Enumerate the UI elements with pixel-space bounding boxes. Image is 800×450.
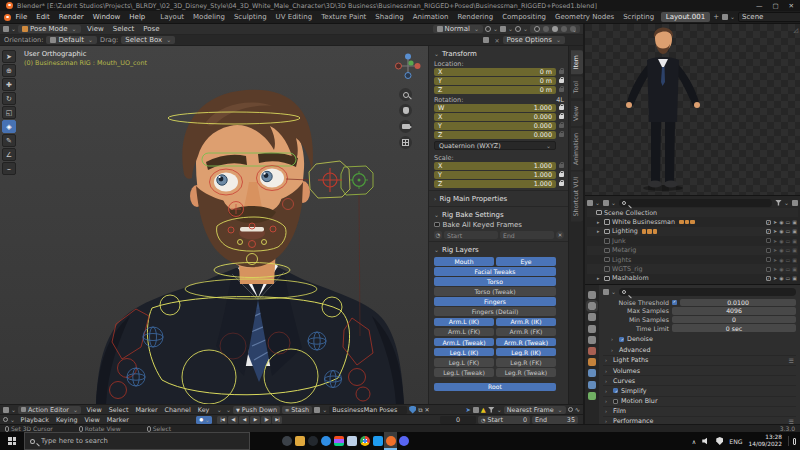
dopesheet-menu-item[interactable]: Key: [194, 406, 213, 414]
bake-checkbox[interactable]: [434, 222, 440, 228]
move-tool[interactable]: ✚: [2, 78, 16, 91]
rig-layer-button[interactable]: Torso: [434, 277, 556, 286]
dopesheet-menu-item[interactable]: Marker: [132, 406, 161, 414]
rig-layer-button[interactable]: Arm.R (FK): [496, 328, 556, 337]
outliner-row[interactable]: ▸ Junk ➤ ◉ ▭ ▣: [587, 236, 798, 245]
rig-layer-button[interactable]: Leg.L (IK): [434, 348, 494, 357]
rig-layer-button[interactable]: Leg.R (Tweak): [496, 368, 556, 377]
workspace-tab[interactable]: Modeling: [189, 13, 230, 21]
selectable-cursor-icon[interactable]: ➤: [773, 257, 777, 263]
lock-icon[interactable]: [559, 124, 564, 128]
camera-view-icon[interactable]: [399, 120, 412, 133]
menu-item[interactable]: File: [11, 13, 32, 21]
rig-layer-button[interactable]: Facial Tweaks: [434, 267, 556, 276]
selectable-cursor-icon[interactable]: ➤: [773, 247, 777, 253]
properties-panel-header[interactable]: › Performance ☰: [603, 416, 796, 424]
pose-options-dropdown[interactable]: Pose Options: [503, 36, 565, 44]
properties-panel-header[interactable]: › Advanced ☰: [603, 345, 796, 355]
hide-eye-icon[interactable]: ◉: [779, 247, 783, 253]
navigation-gizmo[interactable]: [394, 52, 422, 80]
taskbar-app[interactable]: [280, 432, 293, 450]
rig-main-properties-header[interactable]: ›Rig Main Properties: [434, 193, 564, 204]
render-disable-icon[interactable]: ▣: [792, 266, 797, 272]
taskbar-app[interactable]: [358, 432, 371, 450]
only-selected-cursor-icon[interactable]: ➤: [465, 406, 470, 414]
search-input[interactable]: [39, 436, 244, 446]
location-input[interactable]: Z0 m: [434, 86, 556, 94]
workspace-tab[interactable]: Rendering: [453, 13, 498, 21]
render-disable-icon[interactable]: ▣: [792, 257, 797, 263]
workspace-tab[interactable]: Sculpting: [229, 13, 271, 21]
properties-panel-header[interactable]: › Denoise ☰: [603, 334, 796, 344]
sidebar-tab[interactable]: Item: [571, 50, 583, 74]
transform-panel-header[interactable]: ⌄Transform: [434, 48, 564, 59]
panel-checkbox[interactable]: [613, 399, 618, 404]
rig-layer-button[interactable]: Fingers: [434, 297, 556, 306]
viewport-menu-item[interactable]: View: [83, 25, 109, 33]
rig-layer-button[interactable]: Fingers (Detail): [434, 307, 556, 316]
proportional-edit-icon[interactable]: [515, 26, 528, 32]
tool-tab[interactable]: [588, 291, 596, 299]
action-browse-icon[interactable]: [314, 407, 327, 413]
selectable-cursor-icon[interactable]: ➤: [773, 266, 777, 272]
dopesheet-mode-dropdown[interactable]: Action Editor: [18, 406, 81, 414]
lock-icon[interactable]: [559, 133, 564, 137]
outliner-row[interactable]: ▸ Mashablom ➤ ◉ ▭ ▣: [587, 274, 798, 283]
xray-toggle-icon[interactable]: [534, 26, 540, 32]
hide-eye-icon[interactable]: ◉: [779, 228, 783, 234]
end-frame-field[interactable]: End35: [532, 416, 578, 424]
new-action-icon[interactable]: ⧉: [418, 406, 422, 414]
lock-icon[interactable]: [559, 115, 564, 119]
exclude-checkbox[interactable]: [766, 257, 771, 262]
notification-center-icon[interactable]: [788, 436, 796, 446]
add-workspace-button[interactable]: +: [713, 13, 719, 21]
viewport-menu-item[interactable]: Select: [108, 25, 139, 33]
property-value[interactable]: 0: [672, 316, 796, 324]
view-layer-tab[interactable]: [588, 325, 596, 333]
clear-icon[interactable]: ✕: [494, 37, 499, 44]
language-indicator[interactable]: ENG: [729, 438, 742, 445]
property-value[interactable]: 0.0100: [680, 299, 796, 307]
render-disable-icon[interactable]: ▣: [792, 275, 797, 281]
playback-button[interactable]: ◀: [239, 416, 249, 424]
properties-search[interactable]: [619, 288, 796, 296]
transform-orientation-dropdown[interactable]: Normal: [433, 25, 483, 33]
timeline-menu-item[interactable]: Playback: [17, 416, 53, 424]
rig-layer-button[interactable]: Arm.L (FK): [434, 328, 494, 337]
filter-funnel-icon[interactable]: [488, 407, 502, 413]
scale-input[interactable]: Y1.000: [434, 171, 556, 179]
menu-item[interactable]: Render: [54, 13, 88, 21]
timeline-editor-icon[interactable]: [3, 417, 15, 423]
clear-range-icon[interactable]: ✕: [556, 231, 564, 239]
hide-eye-icon[interactable]: ◉: [779, 275, 783, 281]
physics-tab[interactable]: [588, 381, 596, 389]
taskbar-app[interactable]: [319, 432, 332, 450]
ortho-grid-icon[interactable]: [399, 136, 412, 149]
sidebar-tab[interactable]: Animation: [571, 128, 583, 170]
properties-panel-header[interactable]: › Film ☰: [603, 406, 796, 416]
outliner-row[interactable]: ▸ Lighting ➤ ◉ ▭ ▣: [587, 227, 798, 236]
auto-keying-button[interactable]: ●: [196, 416, 212, 424]
viewport-disable-icon[interactable]: ▭: [786, 219, 791, 225]
playback-button[interactable]: ◀|: [228, 416, 238, 424]
filter-dropdown-icon[interactable]: [215, 407, 222, 413]
scale-tool[interactable]: ◱: [2, 106, 16, 119]
render-disable-icon[interactable]: ▣: [792, 247, 797, 253]
world-tab[interactable]: [588, 347, 596, 355]
workspace-tab[interactable]: Texture Paint: [317, 13, 371, 21]
rotation-input[interactable]: W1.000: [434, 104, 556, 112]
timeline-menu-item[interactable]: Keying: [53, 416, 81, 424]
lock-icon[interactable]: [559, 88, 564, 92]
action-name-field[interactable]: BussinessMan Poses: [329, 406, 407, 414]
editor-type-icon[interactable]: [3, 407, 16, 413]
menu-item[interactable]: Help: [125, 13, 150, 21]
scene-browse-icon[interactable]: [722, 14, 735, 20]
workspace-tab[interactable]: UV Editing: [271, 13, 317, 21]
stopwatch-icon[interactable]: ◔: [434, 231, 442, 239]
exclude-checkbox[interactable]: [766, 238, 771, 243]
cursor-tool[interactable]: ⊕: [2, 64, 16, 77]
grid-toggle-icon[interactable]: [483, 37, 489, 43]
playback-button[interactable]: ▶: [250, 416, 260, 424]
selectable-cursor-icon[interactable]: ➤: [773, 238, 777, 244]
dopesheet-menu-item[interactable]: View: [83, 406, 105, 414]
